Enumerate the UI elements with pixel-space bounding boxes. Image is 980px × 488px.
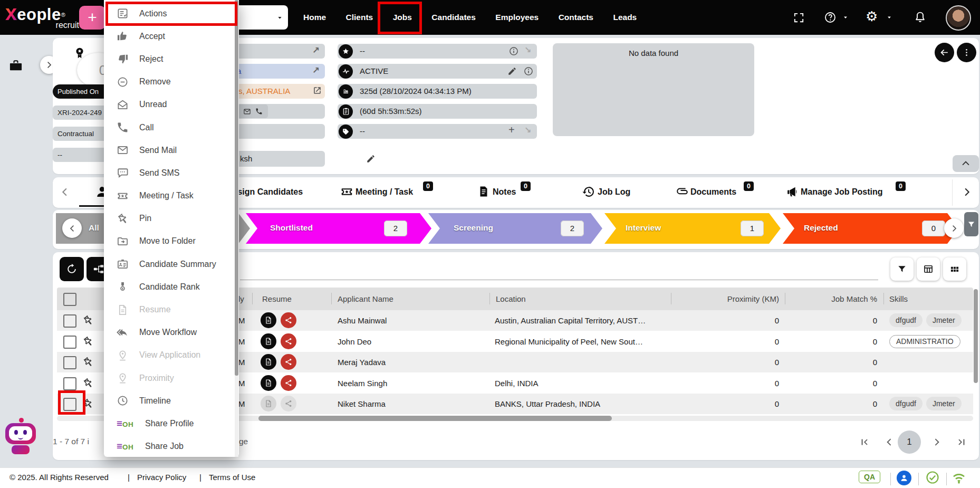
collapse-card-button[interactable]	[953, 155, 979, 172]
menu-item-candidate-summary[interactable]: Candidate Summary	[104, 253, 239, 275]
arrow-se-icon[interactable]: ↘	[524, 125, 531, 135]
settings-caret-icon[interactable]	[886, 14, 893, 21]
menu-scrollbar[interactable]	[235, 0, 238, 457]
applicant-name[interactable]: Meraj Yadava	[338, 352, 386, 372]
add-new-button[interactable]: +	[79, 6, 105, 30]
arrow-se-icon[interactable]: ↘	[524, 45, 531, 55]
menu-scrollbar-thumb[interactable]	[235, 0, 238, 376]
stage-interview[interactable]: Interview 1	[604, 213, 781, 244]
tab-documents[interactable]: Documents	[690, 187, 736, 197]
menu-item-share-job[interactable]: ≡OHShare Job	[104, 435, 239, 458]
share-icon[interactable]	[281, 333, 296, 349]
vertical-scrollbar-thumb[interactable]	[974, 289, 978, 383]
arrow-ne-icon[interactable]: ↗	[312, 45, 320, 56]
briefcase-icon[interactable]	[8, 58, 23, 73]
info-icon[interactable]	[508, 46, 519, 56]
resume-doc-icon[interactable]	[261, 333, 276, 349]
resume-doc-icon[interactable]	[261, 375, 276, 391]
col-frag[interactable]: ly	[238, 288, 244, 310]
menu-item-unread[interactable]: Unread	[104, 93, 239, 116]
terms-of-use-link[interactable]: Terms of Use	[209, 473, 255, 482]
tab-notes-icon[interactable]	[477, 185, 490, 198]
tab-notes[interactable]: Notes	[493, 187, 516, 197]
menu-item-candidate-rank[interactable]: Candidate Rank	[104, 275, 239, 298]
open-in-new-icon[interactable]	[312, 85, 322, 95]
prev-page-icon[interactable]	[884, 437, 895, 447]
last-page-icon[interactable]	[956, 436, 967, 448]
menu-item-meeting-task[interactable]: Meeting / Task	[104, 185, 239, 207]
col-applicant-name[interactable]: Applicant Name	[338, 288, 393, 310]
add-tag-icon[interactable]: +	[508, 124, 515, 136]
search-underline[interactable]	[240, 280, 878, 280]
tab-manage-posting-icon[interactable]	[786, 185, 799, 198]
menu-item-accept[interactable]: Accept	[104, 25, 239, 47]
pipeline-scroll-right[interactable]	[944, 218, 964, 238]
applicant-name[interactable]: John Deo	[338, 331, 371, 352]
stage-rejected[interactable]: Rejected 0	[783, 213, 959, 244]
row-checkbox[interactable]	[63, 336, 76, 349]
help-caret-icon[interactable]	[842, 14, 849, 21]
col-job-match[interactable]: Job Match %	[787, 288, 877, 310]
notifications-bell-icon[interactable]	[914, 11, 927, 24]
row-checkbox[interactable]	[63, 314, 76, 328]
grid-view-button[interactable]	[943, 257, 966, 281]
header-select[interactable]	[232, 5, 288, 30]
current-page-button[interactable]: 1	[898, 430, 921, 454]
menu-item-timeline[interactable]: Timeline	[104, 389, 239, 412]
menu-item-remove[interactable]: Remove	[104, 71, 239, 93]
pin-icon[interactable]	[82, 336, 94, 347]
menu-item-move-workflow[interactable]: Move Workflow	[104, 321, 239, 344]
table-view-button[interactable]	[917, 257, 940, 281]
tabs-scroll-right-icon[interactable]	[961, 186, 973, 198]
pin-icon[interactable]	[82, 377, 94, 389]
tab-meeting-task[interactable]: Meeting / Task	[356, 187, 413, 197]
pin-icon[interactable]	[82, 356, 94, 368]
tab-job-log[interactable]: Job Log	[598, 187, 630, 197]
back-button[interactable]	[935, 43, 954, 62]
share-icon[interactable]	[281, 375, 296, 391]
menu-item-move-to-folder[interactable]: Move to Folder	[104, 230, 239, 253]
gear-glyph[interactable]: ⚙	[866, 8, 878, 25]
col-location[interactable]: Location	[496, 288, 526, 310]
pin-icon[interactable]	[82, 314, 94, 326]
tabs-scroll-left-icon[interactable]	[59, 186, 71, 198]
pipeline-filter-tab[interactable]	[964, 212, 978, 236]
table-filter-button[interactable]	[890, 257, 914, 281]
row-checkbox[interactable]	[63, 377, 76, 390]
nav-contacts[interactable]: Contacts	[559, 0, 593, 35]
tab-meeting-icon[interactable]	[340, 185, 353, 198]
user-status-icon[interactable]	[897, 471, 911, 485]
app-logo[interactable]: xeople® recruit	[5, 1, 79, 30]
menu-item-pin[interactable]: Pin	[104, 207, 239, 230]
privacy-policy-link[interactable]: Privacy Policy	[137, 473, 186, 482]
menu-item-send-mail[interactable]: Send Mail	[104, 139, 239, 161]
stage-shortlisted[interactable]: Shortlisted 2	[246, 213, 431, 244]
more-options-button[interactable]	[957, 43, 976, 62]
applicant-name[interactable]: Niket Sharma	[338, 394, 386, 414]
wifi-status-icon[interactable]	[950, 468, 967, 485]
nav-employees[interactable]: Employees	[495, 0, 539, 35]
share-icon[interactable]	[281, 312, 296, 328]
select-all-checkbox[interactable]	[63, 293, 76, 306]
edit-pencil-icon[interactable]	[507, 66, 517, 76]
row-checkbox[interactable]	[63, 356, 76, 369]
menu-item-send-sms[interactable]: Send SMS	[104, 161, 239, 184]
user-avatar[interactable]	[946, 5, 971, 31]
col-skills[interactable]: Skills	[889, 288, 908, 310]
nav-candidates[interactable]: Candidates	[431, 0, 476, 35]
menu-item-reject[interactable]: Reject	[104, 47, 239, 70]
first-page-icon[interactable]	[859, 436, 870, 448]
resume-doc-icon[interactable]	[261, 312, 276, 328]
phone-icon[interactable]	[255, 108, 263, 115]
menu-item-share-profile[interactable]: ≡OHShare Profile	[104, 412, 239, 435]
assistant-mascot[interactable]	[4, 418, 38, 458]
tab-documents-icon[interactable]	[673, 183, 691, 201]
stage-screening[interactable]: Screening 2	[428, 213, 602, 244]
edit-pencil-icon[interactable]	[366, 154, 376, 164]
refresh-button[interactable]	[60, 257, 84, 281]
tab-job-log-icon[interactable]	[582, 185, 595, 198]
applicant-name[interactable]: Ashu Mainwal	[338, 310, 387, 331]
nav-leads[interactable]: Leads	[613, 0, 637, 35]
nav-clients[interactable]: Clients	[346, 0, 373, 35]
info-icon[interactable]	[523, 66, 534, 76]
